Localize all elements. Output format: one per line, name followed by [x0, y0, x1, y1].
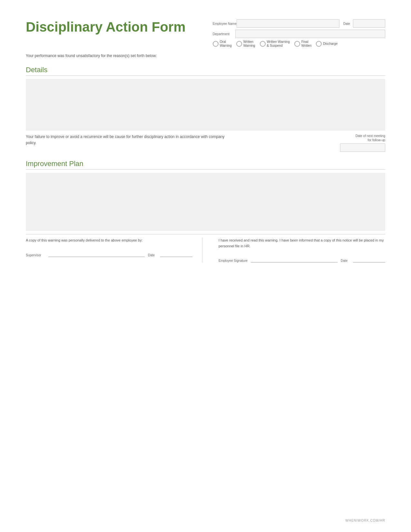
- followup-date-input[interactable]: [340, 143, 385, 152]
- employee-date-label: Date: [341, 259, 350, 262]
- radio-written-warning-suspend[interactable]: Written Warning & Suspend: [260, 40, 290, 48]
- employee-date-input[interactable]: [353, 254, 385, 262]
- radio-label-oral: Oral Warning: [220, 40, 232, 48]
- radio-circle-suspend: [260, 41, 266, 47]
- signature-section: A copy of this warning was personally de…: [26, 238, 385, 262]
- radio-circle-oral: [213, 41, 219, 47]
- supervisor-date-input[interactable]: [160, 249, 192, 257]
- sig-left: A copy of this warning was personally de…: [26, 238, 202, 262]
- supervisor-date-label: Date: [148, 253, 157, 257]
- followup-label: Date of next meeting for follow-up: [356, 134, 385, 142]
- radio-circle-final: [294, 41, 300, 47]
- details-section-title: Details: [26, 66, 385, 74]
- sig-left-notice: A copy of this warning was personally de…: [26, 238, 192, 243]
- improvement-divider: [26, 169, 385, 170]
- page-title: Disciplinary Action Form: [26, 19, 198, 35]
- improvement-textarea[interactable]: [26, 173, 385, 231]
- radio-circle-discharge: [316, 41, 322, 47]
- bottom-divider: [26, 234, 385, 234]
- radio-oral-warning[interactable]: Oral Warning: [213, 40, 232, 48]
- details-textarea[interactable]: [26, 79, 385, 131]
- department-label: Department: [213, 32, 235, 36]
- employee-name-date-row: Employee Name Date: [213, 19, 385, 28]
- radio-written-warning[interactable]: Written Warning: [236, 40, 255, 48]
- radio-label-discharge: Discharge: [323, 42, 338, 46]
- radio-group: Oral Warning Written Warning Written War…: [213, 40, 385, 48]
- radio-label-suspend: Written Warning & Suspend: [267, 40, 290, 48]
- employee-sig-input[interactable]: [251, 254, 338, 262]
- employee-sig-label: Employee Signature: [219, 259, 248, 262]
- employee-name-label: Employee Name: [213, 22, 237, 26]
- radio-final-written[interactable]: Final Written: [294, 40, 312, 48]
- employee-sig-field-row: Employee Signature Date: [219, 254, 385, 262]
- department-row: Department: [213, 30, 385, 38]
- performance-text: Your performance was found unsatisfactor…: [26, 54, 385, 58]
- radio-discharge[interactable]: Discharge: [316, 41, 338, 47]
- radio-circle-written: [236, 41, 242, 47]
- department-input[interactable]: [235, 30, 385, 38]
- sig-right: I have received and read this warning. I…: [215, 238, 385, 262]
- details-divider: [26, 75, 385, 76]
- improvement-section-title: Improvement Plan: [26, 160, 385, 168]
- sig-right-notice: I have received and read this warning. I…: [219, 238, 385, 249]
- supervisor-input[interactable]: [48, 249, 145, 257]
- radio-label-final: Final Written: [301, 40, 312, 48]
- followup-right: Date of next meeting for follow-up: [278, 134, 386, 152]
- date-label: Date: [343, 22, 353, 25]
- radio-label-written: Written Warning: [243, 40, 255, 48]
- date-input[interactable]: [353, 19, 385, 28]
- followup-text: Your failure to improve or avoid a recur…: [26, 134, 227, 146]
- employee-name-input[interactable]: [237, 19, 339, 28]
- supervisor-field-row: Supervisor Date: [26, 249, 192, 257]
- footer: WHENIWORK.COM/HR: [345, 519, 385, 522]
- followup-row: Your failure to improve or avoid a recur…: [26, 134, 385, 152]
- supervisor-label: Supervisor: [26, 253, 45, 257]
